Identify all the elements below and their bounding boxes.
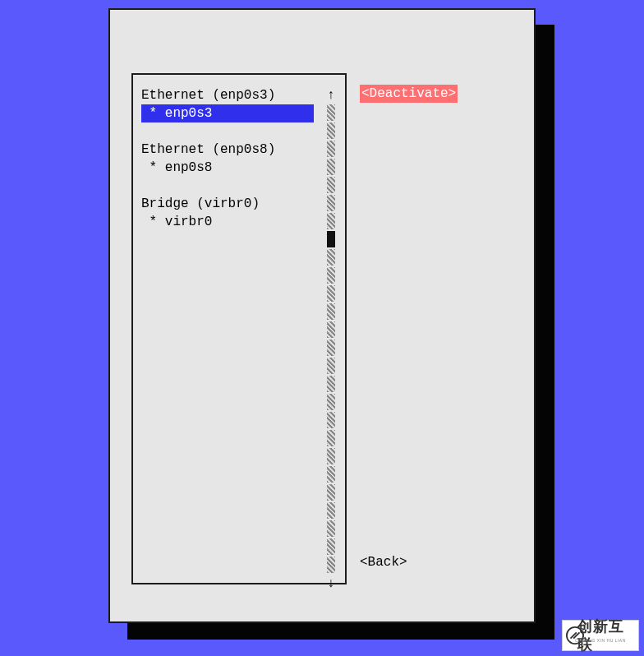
scroll-tick[interactable]	[327, 141, 335, 157]
scroll-down-icon[interactable]: ↓	[327, 575, 335, 593]
interface-group-header[interactable]: Ethernet (enp0s3)	[141, 86, 314, 104]
scroll-tick[interactable]	[327, 267, 335, 284]
interface-group-header[interactable]: Bridge (virbr0)	[141, 195, 314, 213]
scroll-tick[interactable]	[327, 177, 335, 193]
watermark-logo: 创新互联 CHUANG XIN HU LIAN	[562, 620, 639, 651]
scroll-tick[interactable]	[327, 430, 335, 446]
interface-item[interactable]: * virbr0	[141, 213, 314, 231]
deactivate-button[interactable]: <Deactivate>	[360, 85, 458, 103]
scroll-tick[interactable]	[327, 484, 335, 501]
scroll-up-icon[interactable]: ↑	[327, 86, 335, 104]
scroll-tick[interactable]	[327, 303, 335, 320]
logo-subtext: CHUANG XIN HU LIAN	[575, 631, 626, 649]
scroll-tick[interactable]	[327, 195, 335, 211]
scroll-tick[interactable]	[327, 502, 335, 519]
scroll-tick[interactable]	[327, 448, 335, 464]
scroll-track[interactable]	[327, 104, 335, 575]
scroll-tick[interactable]	[327, 394, 335, 410]
scroll-tick[interactable]	[327, 285, 335, 302]
scroll-tick[interactable]	[327, 321, 335, 338]
scroll-tick[interactable]	[327, 122, 335, 139]
scroll-tick[interactable]	[327, 213, 335, 229]
scroll-tick[interactable]	[327, 249, 335, 266]
scroll-thumb[interactable]	[327, 231, 335, 247]
scrollbar[interactable]: ↑ ↓	[325, 86, 337, 570]
scroll-tick[interactable]	[327, 340, 335, 356]
scroll-tick[interactable]	[327, 159, 335, 175]
spacer	[141, 122, 314, 141]
back-button[interactable]: <Back>	[360, 553, 407, 571]
interface-list-frame: Ethernet (enp0s3) * enp0s3 Ethernet (enp…	[131, 73, 347, 584]
scroll-tick[interactable]	[327, 466, 335, 483]
interface-item[interactable]: * enp0s3	[141, 104, 314, 122]
scroll-tick[interactable]	[327, 412, 335, 428]
interface-list[interactable]: Ethernet (enp0s3) * enp0s3 Ethernet (enp…	[141, 86, 314, 231]
scroll-tick[interactable]	[327, 557, 335, 573]
scroll-tick[interactable]	[327, 376, 335, 392]
scroll-tick[interactable]	[327, 520, 335, 537]
scroll-tick[interactable]	[327, 358, 335, 374]
spacer	[141, 177, 314, 195]
scroll-tick[interactable]	[327, 104, 335, 121]
interface-group-header[interactable]: Ethernet (enp0s8)	[141, 141, 314, 159]
scroll-tick[interactable]	[327, 538, 335, 555]
interface-item[interactable]: * enp0s8	[141, 159, 314, 177]
dialog-panel: Ethernet (enp0s3) * enp0s3 Ethernet (enp…	[108, 8, 536, 623]
